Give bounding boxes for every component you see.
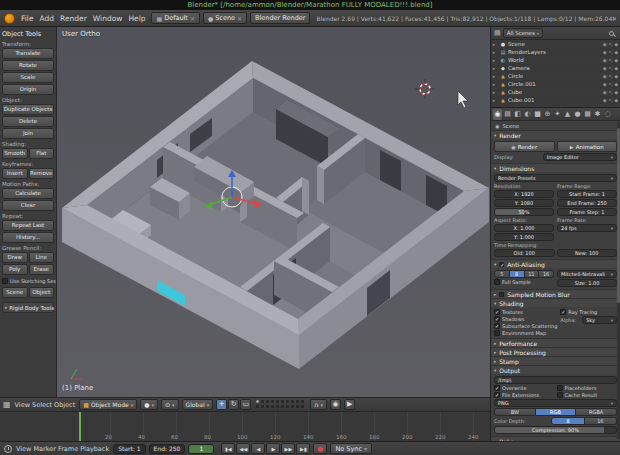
camera-restrict-icon[interactable]: ◆ [615, 74, 618, 79]
orientation-dropdown[interactable]: Global ▾ [182, 399, 214, 410]
layer-dot[interactable] [271, 405, 274, 408]
alpha-dropdown[interactable]: Sky▾ [582, 316, 617, 324]
tool-button-repeat-last[interactable]: Repeat Last [2, 220, 54, 231]
aa-size-field[interactable]: Size: 1.00 [557, 279, 617, 287]
tool-button-insert[interactable]: Insert [2, 168, 28, 179]
full-sample-checkbox[interactable]: Full Sample [494, 279, 554, 285]
blender-logo-icon[interactable] [4, 13, 15, 24]
checkbox-placeholders[interactable]: Placeholders [557, 385, 618, 391]
eye-icon[interactable]: ◉ [603, 90, 607, 95]
disclosure-triangle-icon[interactable]: ▸ [493, 58, 498, 63]
camera-restrict-icon[interactable]: ◆ [615, 90, 618, 95]
tool-button-scene[interactable]: Scene [2, 287, 28, 298]
resolution-y-field[interactable]: Y: 1080 [494, 199, 554, 207]
eye-icon[interactable]: ◉ [603, 82, 607, 87]
aa-samples-option-16[interactable]: 16 [539, 270, 554, 278]
tool-button-erase[interactable]: Erase [29, 264, 55, 275]
tool-button-history[interactable]: History... [2, 232, 54, 243]
layer-dot[interactable] [276, 400, 279, 403]
cursor-icon[interactable]: ↖ [609, 74, 613, 79]
tool-button-duplicate-objects[interactable]: Duplicate Objects [2, 104, 54, 115]
current-frame-playhead[interactable] [79, 412, 81, 441]
outliner-item-cube-001[interactable]: ▸▲Cube.001◉↖◆ [491, 96, 620, 104]
aa-samples-option-11[interactable]: 11 [525, 270, 540, 278]
color-mode-option-rgba[interactable]: RGBA [576, 408, 617, 416]
viewport-3d[interactable]: User Ortho (1) Plane [57, 27, 490, 397]
checkbox-shadows[interactable]: Shadows [494, 316, 557, 322]
rotate-manipulator-button[interactable]: ↻ [228, 399, 239, 410]
remap-new-field[interactable]: New: 100 [557, 249, 618, 257]
layer-dot[interactable] [256, 400, 259, 403]
tool-button-flat[interactable]: Flat [29, 148, 55, 159]
layer-dot[interactable] [286, 400, 289, 403]
disclosure-triangle-icon[interactable]: ▸ [493, 82, 498, 87]
outliner-item-renderlayers[interactable]: ▸▤RenderLayers◉↖◆ [491, 48, 620, 56]
tab-world[interactable]: ◐ [523, 109, 532, 120]
aspect-x-field[interactable]: X: 1.000 [494, 224, 554, 232]
animation-button[interactable]: ▶Animation [557, 141, 618, 152]
pivot-point-dropdown[interactable]: ⊙ ▾ [161, 399, 179, 410]
outliner-item-cube[interactable]: ▸▲Cube◉↖◆ [491, 88, 620, 96]
use-sketching-sessions-checkbox[interactable]: Use Sketching Sessions [2, 278, 54, 284]
menu-add[interactable]: Add [37, 14, 58, 23]
camera-restrict-icon[interactable]: ◆ [615, 42, 618, 47]
anti-aliasing-checkbox[interactable] [499, 262, 504, 267]
render-presets-dropdown[interactable]: Render Presets▾ [494, 174, 617, 182]
outliner-scope-dropdown[interactable]: All Scenes ▾ [503, 28, 543, 38]
editor-type-icon[interactable]: ▦ [3, 400, 11, 410]
eye-icon[interactable]: ◉ [603, 58, 607, 63]
layer-dot[interactable] [266, 405, 269, 408]
timeline-menu-view[interactable]: View [15, 445, 32, 453]
frame-step-field[interactable]: Frame Step: 1 [557, 208, 617, 216]
output-path-field[interactable]: /tmp\ [494, 376, 617, 384]
display-dropdown[interactable]: Image Editor▾ [543, 153, 617, 161]
outliner-item-scene[interactable]: ▸●Scene◉↖◆ [491, 40, 620, 48]
jump-to-end-button[interactable]: ▶▮ [296, 443, 310, 454]
start-frame-field[interactable]: Start: 1 [113, 444, 145, 454]
close-icon[interactable]: ✕ [237, 15, 242, 22]
screen-layout-dropdown[interactable]: ▦ Default ✕ [151, 12, 199, 24]
snap-dropdown[interactable]: ∩ ▾ [310, 399, 327, 410]
eye-icon[interactable]: ◉ [603, 74, 607, 79]
translate-manipulator-button[interactable]: + [216, 399, 227, 410]
end-frame-field[interactable]: End: 250 [149, 444, 186, 454]
tool-button-poly[interactable]: Poly [2, 264, 28, 275]
render-opengl-button[interactable]: ◉ [330, 399, 341, 410]
color-depth-option-16[interactable]: 16 [585, 417, 617, 425]
camera-restrict-icon[interactable]: ◆ [615, 66, 618, 71]
view3d-menu-select[interactable]: Select [31, 401, 53, 409]
outliner-item-world[interactable]: ▸◐World◉↖◆ [491, 56, 620, 64]
start-frame-field[interactable]: Start Frame: 1 [557, 190, 617, 198]
jump-to-start-button[interactable]: ▮◀ [221, 443, 235, 454]
tab-physics[interactable]: ◌ [603, 109, 612, 120]
search-icon[interactable] [609, 31, 614, 36]
camera-restrict-icon[interactable]: ◆ [615, 50, 618, 55]
checkbox-textures[interactable]: Textures [494, 309, 557, 315]
cursor-icon[interactable]: ↖ [609, 90, 613, 95]
cursor-icon[interactable]: ↖ [609, 42, 613, 47]
menu-file[interactable]: File [18, 14, 37, 23]
tab-render[interactable]: ◉ [493, 109, 502, 120]
aa-filter-dropdown[interactable]: Mitchell-Netravali▾ [557, 270, 617, 278]
checkbox-ray-tracing[interactable]: Ray Tracing [560, 309, 617, 315]
timeline-editor-icon[interactable] [4, 445, 12, 453]
disclosure-triangle-icon[interactable]: ▸ [493, 74, 498, 79]
checkbox-environment-map[interactable]: Environment Map [494, 330, 557, 336]
end-frame-field[interactable]: End Frame: 250 [557, 199, 617, 207]
play-reverse-button[interactable]: ◀ [251, 443, 265, 454]
cursor-icon[interactable]: ↖ [609, 58, 613, 63]
tab-modifiers[interactable]: ✦ [553, 109, 562, 120]
current-frame-field[interactable]: 1 [188, 444, 214, 454]
cursor-icon[interactable]: ↖ [609, 66, 613, 71]
disclosure-triangle-icon[interactable]: ▸ [493, 50, 498, 55]
eye-icon[interactable]: ◉ [603, 42, 607, 47]
layer-dot[interactable] [291, 400, 294, 403]
layer-dot[interactable] [281, 405, 284, 408]
tab-scene[interactable]: ◧ [513, 109, 522, 120]
color-mode-option-rgb[interactable]: RGB [536, 408, 577, 416]
tab-render-layers[interactable]: ▤ [503, 109, 512, 120]
layer-dot[interactable] [296, 400, 299, 403]
compression-slider[interactable]: Compression: 90% [494, 426, 617, 434]
resolution-percentage-slider[interactable]: 50% [494, 208, 554, 216]
resolution-x-field[interactable]: X: 1920 [494, 190, 554, 198]
